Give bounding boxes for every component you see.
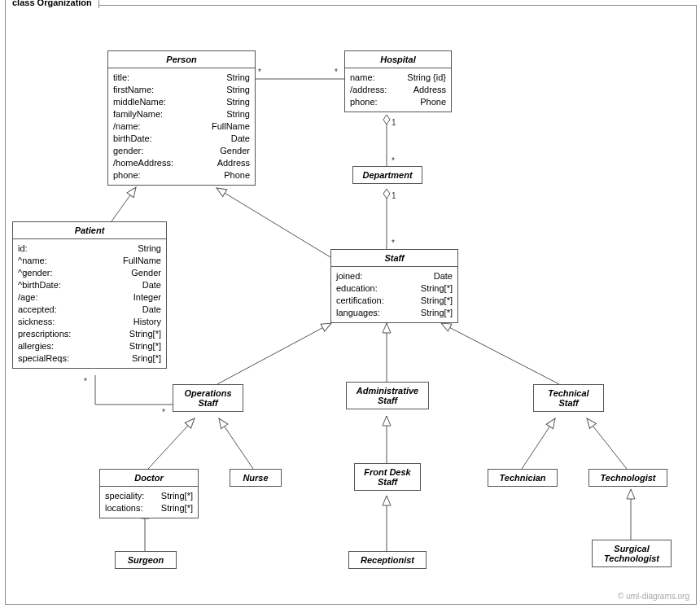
multiplicity: 1 bbox=[392, 118, 396, 127]
class-title: Department bbox=[353, 167, 422, 183]
class-title: Operations Staff bbox=[173, 385, 243, 411]
attr-row: /age:Integer bbox=[18, 291, 161, 304]
attr-row: middleName:String bbox=[113, 96, 250, 108]
class-person: Person title:StringfirstName:Stringmiddl… bbox=[107, 50, 256, 186]
svg-line-11 bbox=[522, 418, 555, 469]
attr-row: ^birthDate:Date bbox=[18, 279, 161, 291]
attr-row: speciality:String[*] bbox=[105, 490, 193, 502]
svg-line-4 bbox=[217, 188, 330, 257]
frame-title: class Organization bbox=[5, 0, 99, 8]
attr-row: familyName:String bbox=[113, 108, 250, 120]
attr-row: name:String {id} bbox=[350, 72, 446, 84]
multiplicity: * bbox=[258, 68, 261, 77]
multiplicity: * bbox=[392, 238, 395, 247]
class-staff: Staff joined:Dateeducation:String[*]cert… bbox=[330, 249, 458, 323]
class-title: Hospital bbox=[345, 51, 451, 68]
class-attrs: id:String^name:FullName^gender:Gender^bi… bbox=[13, 239, 166, 368]
svg-line-3 bbox=[112, 187, 136, 221]
attr-row: ^name:FullName bbox=[18, 255, 161, 267]
attr-row: phone:Phone bbox=[113, 169, 250, 182]
class-title: Technical Staff bbox=[534, 385, 603, 411]
class-title: Doctor bbox=[100, 470, 198, 487]
package-frame: class Organization bbox=[5, 5, 697, 605]
class-nurse: Nurse bbox=[230, 469, 282, 487]
class-surgical-technologist: Surgical Technologist bbox=[592, 540, 672, 567]
attr-row: locations:String[*] bbox=[105, 502, 193, 514]
attr-row: education:String[*] bbox=[336, 282, 453, 295]
attr-row: certification:String[*] bbox=[336, 295, 453, 307]
class-front-desk-staff: Front Desk Staff bbox=[354, 463, 421, 491]
svg-line-5 bbox=[217, 323, 331, 384]
class-hospital: Hospital name:String {id}/address:Addres… bbox=[344, 50, 452, 112]
svg-line-7 bbox=[441, 323, 559, 384]
multiplicity: 1 bbox=[392, 191, 396, 200]
attr-row: birthDate:Date bbox=[113, 133, 250, 145]
attr-row: title:String bbox=[113, 72, 250, 84]
attr-row: /homeAddress:Address bbox=[113, 157, 250, 169]
svg-line-12 bbox=[587, 418, 627, 469]
svg-line-9 bbox=[219, 418, 253, 469]
class-technical-staff: Technical Staff bbox=[533, 384, 604, 412]
class-title: Patient bbox=[13, 222, 166, 239]
attr-row: /address:Address bbox=[350, 84, 446, 96]
class-attrs: title:StringfirstName:StringmiddleName:S… bbox=[108, 68, 255, 185]
attr-row: languages:String[*] bbox=[336, 307, 453, 319]
class-title: Administrative Staff bbox=[347, 383, 428, 409]
attr-row: specialReqs:Sring[*] bbox=[18, 352, 161, 365]
class-administrative-staff: Administrative Staff bbox=[346, 382, 429, 409]
attr-row: accepted:Date bbox=[18, 304, 161, 316]
attr-row: /name:FullName bbox=[113, 120, 250, 133]
class-title: Surgical Technologist bbox=[593, 540, 671, 566]
attr-row: id:String bbox=[18, 243, 161, 255]
class-department: Department bbox=[352, 166, 422, 184]
attr-row: ^gender:Gender bbox=[18, 267, 161, 279]
attr-row: gender:Gender bbox=[113, 145, 250, 157]
class-attrs: joined:Dateeducation:String[*]certificat… bbox=[331, 267, 457, 322]
svg-line-8 bbox=[148, 418, 195, 469]
attr-row: sickness:History bbox=[18, 316, 161, 328]
class-title: Front Desk Staff bbox=[355, 464, 420, 490]
class-title: Technician bbox=[488, 470, 557, 486]
multiplicity: * bbox=[162, 408, 165, 417]
class-operations-staff: Operations Staff bbox=[173, 384, 243, 412]
attr-row: prescriptions:String[*] bbox=[18, 328, 161, 340]
class-title: Nurse bbox=[230, 470, 281, 486]
multiplicity: * bbox=[392, 156, 395, 165]
class-doctor: Doctor speciality:String[*]locations:Str… bbox=[99, 469, 199, 518]
multiplicity: * bbox=[335, 68, 338, 77]
attr-row: phone:Phone bbox=[350, 96, 446, 108]
attr-row: joined:Date bbox=[336, 270, 453, 282]
class-title: Person bbox=[108, 51, 255, 68]
class-title: Technologist bbox=[589, 470, 667, 486]
class-attrs: name:String {id}/address:Addressphone:Ph… bbox=[345, 68, 451, 112]
class-title: Staff bbox=[331, 250, 457, 267]
class-attrs: speciality:String[*]locations:String[*] bbox=[100, 487, 198, 518]
class-title: Surgeon bbox=[116, 552, 176, 568]
class-technologist: Technologist bbox=[588, 469, 667, 487]
attr-row: firstName:String bbox=[113, 84, 250, 96]
class-surgeon: Surgeon bbox=[115, 551, 177, 569]
class-patient: Patient id:String^name:FullName^gender:G… bbox=[12, 221, 167, 369]
multiplicity: * bbox=[84, 377, 87, 386]
watermark: © uml-diagrams.org bbox=[618, 592, 689, 601]
class-receptionist: Receptionist bbox=[348, 551, 427, 569]
class-title: Receptionist bbox=[349, 552, 426, 568]
attr-row: allergies:String[*] bbox=[18, 340, 161, 352]
class-technician: Technician bbox=[488, 469, 558, 487]
